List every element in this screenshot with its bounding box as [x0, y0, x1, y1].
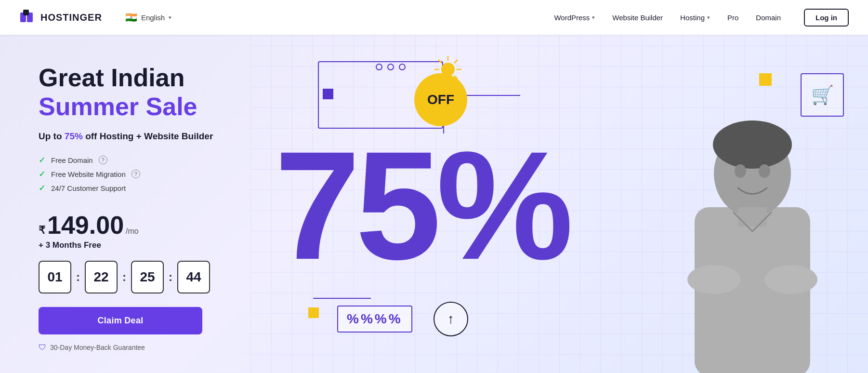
wordpress-chevron-icon: ▾	[592, 14, 595, 21]
lang-chevron-icon: ▾	[169, 14, 171, 21]
svg-point-18	[713, 120, 792, 169]
features-list: ✓ Free Domain ? ✓ Free Website Migration…	[39, 155, 222, 197]
feature-text-1: Free Domain	[51, 156, 93, 164]
logo-icon	[19, 9, 37, 26]
hero-title-black: Great Indian	[39, 64, 184, 92]
svg-point-19	[735, 164, 746, 178]
deco-circle-dots	[376, 64, 406, 70]
nav-links: WordPress ▾ Website Builder Hosting ▾ Pr…	[554, 9, 849, 27]
shield-icon: 🛡	[39, 343, 46, 352]
off-badge: OFF	[414, 73, 467, 126]
claim-deal-button[interactable]: Claim Deal	[39, 307, 202, 334]
svg-point-16	[687, 265, 740, 294]
dot-1	[376, 64, 382, 70]
lang-label: English	[141, 13, 165, 22]
hero-subtitle: Up to 75% off Hosting + Website Builder	[39, 131, 222, 142]
price-free: + 3 Months Free	[39, 240, 222, 250]
svg-rect-2	[23, 10, 29, 15]
hero-left: Great Indian Summer Sale Up to 75% off H…	[0, 35, 250, 373]
flag-icon: 🇮🇳	[125, 12, 137, 23]
dot-2	[387, 64, 394, 70]
lang-selector[interactable]: 🇮🇳 English ▾	[125, 12, 171, 23]
countdown-hours: 22	[85, 261, 118, 293]
price-currency: ₹	[39, 224, 45, 237]
info-icon-2[interactable]: ?	[132, 170, 140, 178]
logo-text: HOSTINGER	[40, 12, 102, 23]
countdown-sep-1: :	[76, 270, 80, 284]
countdown-timer: 01 : 22 : 25 : 44	[39, 261, 222, 293]
deco-line-h2	[313, 298, 371, 299]
nav-hosting[interactable]: Hosting ▾	[680, 13, 710, 22]
dot-3	[399, 64, 406, 70]
person-svg	[656, 96, 849, 373]
nav-website-builder[interactable]: Website Builder	[612, 13, 663, 22]
feature-migration: ✓ Free Website Migration ?	[39, 169, 222, 179]
check-icon-1: ✓	[39, 155, 45, 165]
info-icon-1[interactable]: ?	[99, 156, 107, 164]
login-button[interactable]: Log in	[804, 9, 849, 27]
deco-yellow-square-2	[308, 307, 319, 318]
price-amount: 149.00	[47, 213, 124, 238]
feature-text-3: 24/7 Customer Support	[51, 184, 126, 192]
arrow-up-icon: ↑	[447, 311, 454, 327]
feature-support: ✓ 24/7 Customer Support	[39, 183, 222, 193]
feature-free-domain: ✓ Free Domain ?	[39, 155, 222, 165]
guarantee-text: 🛡 30-Day Money-Back Guarantee	[39, 343, 222, 352]
svg-rect-15	[738, 207, 767, 226]
hosting-chevron-icon: ▾	[707, 14, 710, 21]
logo[interactable]: HOSTINGER	[19, 9, 102, 26]
hero-section: Great Indian Summer Sale Up to 75% off H…	[0, 35, 868, 373]
deco-cart-box: 🛒	[801, 73, 844, 117]
nav-pro[interactable]: Pro	[727, 13, 738, 22]
feature-text-2: Free Website Migration	[51, 170, 126, 178]
countdown-days: 01	[39, 261, 71, 293]
price-main: ₹ 149.00 /mo	[39, 213, 222, 238]
big-percent-text: 75%	[275, 140, 568, 271]
deco-yellow-square-1	[759, 73, 772, 86]
deco-pct-box: %%%%	[337, 306, 412, 333]
svg-point-17	[764, 265, 817, 294]
check-icon-3: ✓	[39, 183, 45, 193]
deco-arrow-circle: ↑	[434, 302, 468, 336]
price-block: ₹ 149.00 /mo	[39, 213, 222, 238]
cart-icon: 🛒	[811, 84, 834, 106]
countdown-sep-2: :	[122, 270, 126, 284]
countdown-seconds: 44	[177, 261, 210, 293]
price-period: /mo	[126, 227, 139, 236]
navbar: HOSTINGER 🇮🇳 English ▾ WordPress ▾ Websi…	[0, 0, 868, 35]
countdown-minutes: 25	[131, 261, 164, 293]
svg-point-20	[759, 164, 770, 178]
hero-right: 75% OFF 🛒	[250, 35, 868, 373]
countdown-sep-3: :	[169, 270, 172, 284]
hero-title-purple: Summer Sale	[39, 93, 197, 120]
deco-small-square-purple	[323, 89, 333, 99]
hero-title: Great Indian Summer Sale	[39, 64, 222, 121]
svg-line-9	[438, 60, 442, 63]
off-badge-text: OFF	[427, 93, 454, 107]
nav-domain[interactable]: Domain	[756, 13, 781, 22]
check-icon-2: ✓	[39, 169, 45, 179]
svg-line-11	[454, 60, 458, 63]
nav-wordpress[interactable]: WordPress ▾	[554, 13, 595, 22]
